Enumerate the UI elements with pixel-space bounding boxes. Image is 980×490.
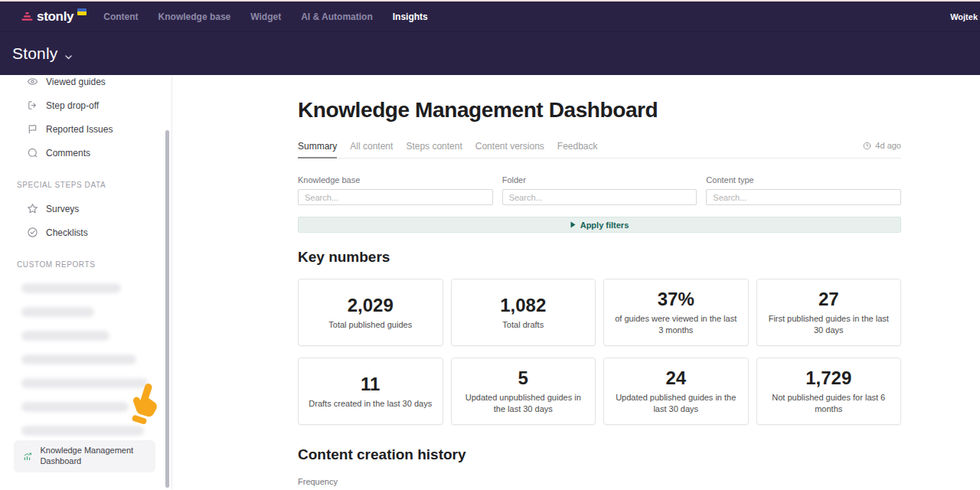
stat-value: 37% [658, 289, 694, 310]
stat-label: Drafts created in the last 30 days [309, 398, 432, 410]
custom-report-redacted[interactable] [0, 300, 172, 324]
topnav-item-widget[interactable]: Widget [250, 11, 281, 22]
stat-card-guides-viewed-pct: 37% of guides were viewed in the last 3 … [603, 279, 749, 346]
topnav-item-content[interactable]: Content [103, 11, 138, 22]
stat-value: 11 [361, 374, 380, 395]
stonly-logo-icon [21, 12, 33, 22]
stat-card-drafts-created-30d: 11 Drafts created in the last 30 days [298, 358, 443, 425]
chevron-down-icon[interactable] [65, 49, 72, 63]
topnav-item-ai-automation[interactable]: AI & Automation [301, 11, 373, 22]
tab-all-content[interactable]: All content [350, 141, 393, 158]
sidebar-item-reported-issues[interactable]: Reported Issues [0, 117, 172, 141]
stat-value: 2,029 [348, 295, 394, 316]
filter-label: Folder [502, 175, 697, 185]
sidebar-item-label: Step drop-off [46, 100, 99, 111]
sidebar-item-step-drop-off[interactable]: Step drop-off [0, 93, 172, 117]
stat-card-updated-unpublished-30d: 5 Updated unpublished guides in the last… [451, 358, 596, 425]
stonly-logo-text: stonly [37, 10, 74, 24]
custom-report-redacted[interactable] [0, 371, 172, 395]
sidebar-item-label: Knowledge Management Dashboard [40, 446, 146, 467]
tab-feedback[interactable]: Feedback [557, 141, 598, 158]
stat-label: Total published guides [328, 319, 412, 331]
sidebar-item-label: Checklists [46, 227, 88, 238]
ukraine-flag-icon [77, 8, 87, 15]
frequency-label: Frequency [298, 477, 901, 486]
sidebar-item-surveys[interactable]: Surveys [0, 197, 172, 220]
last-updated: 4d ago [863, 141, 901, 150]
tab-summary[interactable]: Summary [298, 141, 337, 158]
last-updated-text: 4d ago [875, 141, 901, 150]
workspace-name[interactable]: Stonly [12, 44, 58, 63]
sidebar-item-knowledge-management-dashboard[interactable]: Knowledge Management Dashboard [14, 440, 155, 472]
sidebar-item-viewed-guides[interactable]: Viewed guides [0, 75, 172, 93]
filter-folder: Folder [502, 175, 697, 205]
user-menu[interactable]: Wojtek K [950, 12, 980, 21]
stat-label: of guides were viewed in the last 3 mont… [614, 313, 738, 336]
stat-label: Total drafts [502, 319, 544, 331]
stat-card-total-drafts: 1,082 Total drafts [451, 279, 596, 346]
bar-chart-trend-icon [23, 450, 32, 462]
main-content: Knowledge Management Dashboard Summary A… [172, 75, 980, 489]
stat-card-total-published-guides: 2,029 Total published guides [298, 279, 443, 346]
stat-value: 24 [665, 368, 686, 389]
topnav-item-insights[interactable]: Insights [393, 11, 428, 22]
knowledge-base-search-input[interactable] [298, 189, 493, 205]
comment-bubble-icon [27, 147, 38, 158]
key-numbers-heading: Key numbers [298, 249, 901, 266]
workspace-bar: Stonly [0, 32, 980, 75]
filters-row: Knowledge base Folder Content type [298, 175, 901, 205]
page-title: Knowledge Management Dashboard [298, 98, 901, 122]
tab-steps-content[interactable]: Steps content [406, 141, 462, 158]
stat-label: First published guides in the last 30 da… [767, 313, 891, 336]
play-triangle-icon [570, 221, 576, 228]
filter-label: Knowledge base [298, 175, 493, 185]
sidebar-section-custom-reports: CUSTOM REPORTS [0, 253, 172, 276]
flag-icon [27, 123, 38, 135]
sidebar-item-label: Viewed guides [46, 77, 106, 87]
custom-report-redacted[interactable] [0, 348, 172, 371]
custom-report-redacted[interactable] [0, 395, 172, 419]
stat-card-first-published-30d: 27 First published guides in the last 30… [756, 279, 902, 346]
apply-filters-button[interactable]: Apply filters [298, 217, 901, 233]
stat-label: Updated published guides in the last 30 … [614, 392, 738, 415]
filter-label: Content type [706, 175, 901, 185]
stat-label: Not published guides for last 6 months [767, 392, 891, 415]
stat-value: 1,082 [500, 295, 546, 316]
filter-knowledge-base: Knowledge base [298, 175, 493, 205]
apply-filters-label: Apply filters [580, 220, 629, 230]
check-circle-icon [27, 227, 38, 238]
sidebar: Viewed guides Step drop-off Reported Iss… [0, 75, 172, 489]
stat-value: 5 [518, 368, 528, 389]
custom-report-redacted[interactable] [0, 324, 172, 348]
exit-arrow-icon [27, 100, 38, 111]
top-navbar: stonly Content Knowledge base Widget AI … [0, 2, 980, 32]
key-numbers-grid: 2,029 Total published guides 1,082 Total… [298, 279, 901, 425]
star-icon [27, 203, 38, 214]
stat-value: 1,729 [805, 368, 851, 389]
sidebar-item-label: Surveys [46, 204, 79, 214]
folder-search-input[interactable] [502, 189, 697, 205]
tab-content-versions[interactable]: Content versions [475, 141, 544, 158]
filter-content-type: Content type [706, 175, 901, 205]
sidebar-item-label: Reported Issues [46, 124, 113, 135]
frequency-filter: Frequency Monthly [298, 477, 901, 489]
topnav-menu: Content Knowledge base Widget AI & Autom… [103, 11, 427, 22]
stat-card-updated-published-30d: 24 Updated published guides in the last … [603, 358, 749, 425]
content-type-search-input[interactable] [706, 189, 901, 205]
stat-value: 27 [818, 289, 839, 310]
stat-card-not-published-6m: 1,729 Not published guides for last 6 mo… [756, 358, 902, 425]
topnav-item-knowledge-base[interactable]: Knowledge base [158, 11, 231, 22]
sidebar-item-checklists[interactable]: Checklists [0, 220, 172, 244]
stonly-logo[interactable]: stonly [21, 10, 87, 24]
stat-label: Updated unpublished guides in the last 3… [462, 392, 586, 415]
custom-report-redacted[interactable] [0, 276, 172, 300]
tabs-row: Summary All content Steps content Conten… [298, 141, 901, 158]
custom-report-redacted[interactable] [0, 419, 172, 443]
eye-icon [27, 76, 38, 87]
clock-icon [863, 142, 871, 150]
sidebar-item-comments[interactable]: Comments [0, 141, 172, 165]
sidebar-section-special-steps-data: SPECIAL STEPS DATA [0, 173, 172, 197]
sidebar-item-label: Comments [46, 148, 90, 158]
sidebar-scrollbar[interactable] [165, 130, 169, 488]
content-creation-history-heading: Content creation history [298, 446, 901, 463]
